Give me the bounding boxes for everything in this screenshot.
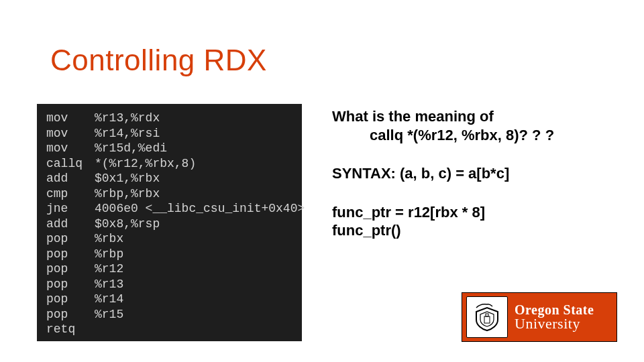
operands: %r14: [95, 292, 123, 306]
osu-logo-line2: University: [515, 316, 594, 331]
mnemonic: mov: [46, 126, 95, 141]
operands: $0x1,%rbx: [95, 172, 160, 185]
syntax-line: SYNTAX: (a, b, c) = a[b*c]: [332, 164, 627, 183]
operands: 4006e0 <__libc_csu_init+0x40>: [95, 202, 305, 215]
osu-seal-icon: [466, 296, 508, 338]
svg-rect-0: [484, 316, 490, 323]
question-line2: callq *(%r12, %rbx, 8)? ? ?: [332, 126, 627, 145]
mnemonic: callq: [46, 156, 95, 172]
operands: %r13,%rdx: [95, 111, 160, 125]
question-block: What is the meaning of callq *(%r12, %rb…: [332, 107, 627, 144]
operands: $0x8,%rsp: [95, 217, 160, 231]
funcptr-block: func_ptr = r12[rbx * 8] func_ptr(): [332, 203, 627, 240]
code-line: add$0x1,%rbx: [46, 171, 292, 186]
mnemonic: add: [46, 171, 95, 186]
code-line: retq: [46, 322, 292, 337]
code-line: pop%r12: [46, 261, 292, 277]
code-line: pop%r14: [46, 292, 292, 307]
operands: %r12: [95, 262, 123, 276]
operands: %rbp,%rbx: [95, 187, 160, 200]
mnemonic: mov: [46, 111, 95, 126]
operands: %r15: [95, 308, 123, 321]
operands: %rbp: [95, 247, 123, 261]
operands: %r13: [95, 278, 123, 291]
assembly-code-block: mov%r13,%rdxmov%r14,%rsimov%r15d,%edical…: [37, 104, 302, 341]
code-line: pop%rbx: [46, 231, 292, 247]
question-line1: What is the meaning of: [332, 107, 627, 126]
operands: %r15d,%edi: [95, 141, 167, 155]
code-line: mov%r15d,%edi: [46, 141, 292, 156]
mnemonic: pop: [46, 247, 95, 262]
mnemonic: pop: [46, 261, 95, 277]
mnemonic: pop: [46, 292, 95, 307]
code-line: mov%r13,%rdx: [46, 111, 292, 126]
code-line: pop%r15: [46, 307, 292, 322]
syntax-block: SYNTAX: (a, b, c) = a[b*c]: [332, 164, 627, 183]
operands: *(%r12,%rbx,8): [95, 157, 196, 170]
code-line: pop%r13: [46, 277, 292, 292]
operands: %r14,%rsi: [95, 127, 160, 140]
osu-logo: Oregon State University: [462, 292, 617, 342]
explanation-area: What is the meaning of callq *(%r12, %rb…: [332, 107, 627, 260]
code-line: pop%rbp: [46, 247, 292, 262]
operands: %rbx: [95, 232, 123, 245]
mnemonic: pop: [46, 231, 95, 247]
mnemonic: cmp: [46, 186, 95, 202]
mnemonic: retq: [46, 322, 95, 337]
code-line: cmp%rbp,%rbx: [46, 186, 292, 202]
mnemonic: pop: [46, 277, 95, 292]
osu-logo-text: Oregon State University: [515, 303, 594, 331]
code-line: mov%r14,%rsi: [46, 126, 292, 141]
funcptr-line1: func_ptr = r12[rbx * 8]: [332, 203, 627, 222]
mnemonic: mov: [46, 141, 95, 156]
osu-logo-line1: Oregon State: [515, 303, 594, 316]
svg-rect-1: [486, 314, 488, 316]
code-line: jne4006e0 <__libc_csu_init+0x40>: [46, 201, 292, 217]
slide-title: Controlling RDX: [50, 44, 267, 77]
mnemonic: pop: [46, 307, 95, 322]
code-line: callq*(%r12,%rbx,8): [46, 156, 292, 172]
mnemonic: jne: [46, 201, 95, 217]
code-line: add$0x8,%rsp: [46, 217, 292, 232]
mnemonic: add: [46, 217, 95, 232]
funcptr-line2: func_ptr(): [332, 221, 627, 240]
